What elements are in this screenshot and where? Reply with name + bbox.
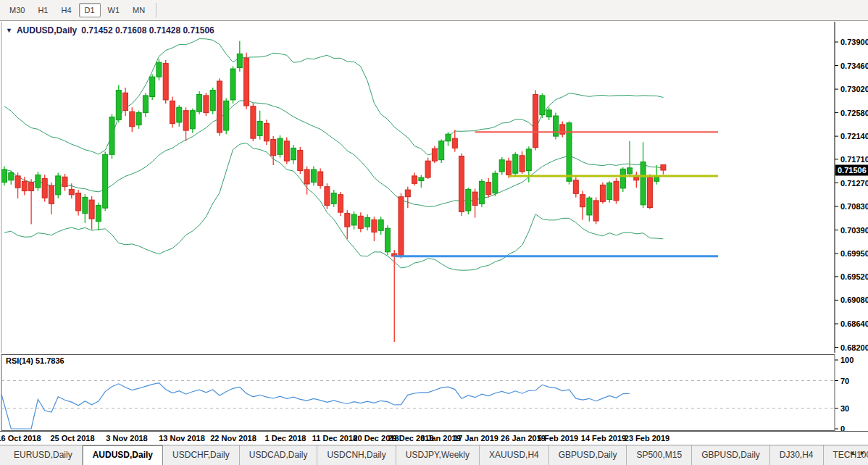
chart-tab-gbpusd-9[interactable]: GBPUSD,Daily	[692, 445, 770, 465]
time-axis-label: 13 Nov 2018	[159, 434, 205, 443]
chart-tab-audusd-1[interactable]: AUDUSD,Daily	[83, 445, 163, 465]
tab-scroll-right-icon[interactable]: ►	[859, 449, 866, 456]
main-price-chart[interactable]: 0.739000.734600.730200.725800.721400.717…	[0, 22, 868, 353]
rsi-indicator-panel[interactable]: 10070300	[0, 354, 868, 431]
time-axis-label: 17 Jan 2019	[454, 434, 498, 443]
time-axis-label: 14 Feb 2019	[581, 434, 626, 443]
svg-text:0.72140: 0.72140	[840, 132, 868, 141]
tab-scroll-controls: ◄ ►	[848, 449, 866, 456]
time-axis: 16 Oct 201825 Oct 20183 Nov 201813 Nov 2…	[0, 431, 868, 445]
svg-text:0.69080: 0.69080	[840, 296, 868, 304]
chart-tab-bar: EURUSD,DailyAUDUSD,DailyUSDCHF,DailyUSDC…	[0, 445, 868, 465]
rsi-canvas[interactable]: 10070300	[0, 354, 868, 431]
time-axis-label: 23 Feb 2019	[625, 434, 669, 443]
chart-title-overlay: ▼ AUDUSD,Daily 0.71452 0.71608 0.71428 0…	[6, 25, 214, 35]
svg-text:0.72580: 0.72580	[840, 109, 868, 117]
current-price-badge: 0.71506	[835, 165, 868, 176]
chart-tab-usdcad-3[interactable]: USDCAD,Daily	[240, 445, 318, 465]
svg-text:0.71270: 0.71270	[840, 179, 868, 188]
svg-text:0.68640: 0.68640	[840, 319, 868, 328]
svg-text:0.68200: 0.68200	[840, 343, 868, 352]
rsi-line	[1, 383, 630, 429]
candlestick-series	[2, 41, 666, 343]
time-axis-label: 5 Feb 2019	[538, 434, 578, 443]
chart-tab-gbpusd-7[interactable]: GBPUSD,Daily	[549, 445, 627, 465]
timeframe-button-h4[interactable]: H4	[55, 3, 77, 17]
svg-text:100: 100	[840, 356, 854, 364]
svg-text:0.71710: 0.71710	[840, 155, 868, 164]
svg-text:0.69950: 0.69950	[840, 249, 868, 258]
timeframe-button-h1[interactable]: H1	[32, 3, 54, 17]
chart-tab-dj30-10[interactable]: DJ30,H4	[770, 445, 824, 465]
svg-text:0.69520: 0.69520	[840, 272, 868, 281]
svg-text:0: 0	[840, 424, 845, 431]
time-axis-label: 25 Oct 2018	[50, 434, 94, 443]
tab-scroll-left-icon[interactable]: ◄	[848, 449, 855, 456]
chart-symbol-label: AUDUSD,Daily	[17, 25, 77, 35]
rsi-axis: 10070300	[835, 356, 854, 431]
svg-text:0.71506: 0.71506	[838, 166, 867, 175]
timeframe-toolbar: M30H1H4D1W1MN	[0, 0, 868, 21]
svg-text:0.73020: 0.73020	[840, 85, 868, 93]
chart-tab-xauusd-6[interactable]: XAUUSD,H4	[480, 445, 549, 465]
svg-text:0.70390: 0.70390	[840, 226, 868, 235]
time-axis-label: 22 Nov 2018	[210, 434, 256, 443]
time-axis-label: 1 Dec 2018	[265, 434, 306, 443]
timeframe-button-d1[interactable]: D1	[79, 3, 101, 17]
svg-text:0.73460: 0.73460	[840, 62, 868, 70]
rsi-indicator-label: RSI(14) 51.7836	[6, 356, 64, 365]
chart-ohlc-values: 0.71452 0.71608 0.71428 0.71506	[81, 25, 214, 35]
svg-text:30: 30	[840, 404, 849, 413]
main-chart-canvas[interactable]: 0.739000.734600.730200.725800.721400.717…	[0, 22, 868, 353]
chart-tab-eurusd-0[interactable]: EURUSD,Daily	[4, 445, 83, 465]
trading-app-window: M30H1H4D1W1MN 0.739000.734600.730200.725…	[0, 0, 868, 465]
chart-tab-usdcnh-4[interactable]: USDCNH,Daily	[317, 445, 396, 465]
toolbar-separator	[156, 3, 157, 17]
chart-tab-sp500-8[interactable]: SP500,M15	[627, 445, 692, 465]
svg-text:0.70830: 0.70830	[840, 202, 868, 211]
chart-tab-usdjpy-5[interactable]: USDJPY,Weekly	[396, 445, 480, 465]
timeframe-button-w1[interactable]: W1	[102, 3, 126, 17]
chart-tab-usdchf-2[interactable]: USDCHF,Daily	[163, 445, 240, 465]
svg-text:70: 70	[840, 377, 849, 385]
time-axis-label: 11 Dec 2018	[312, 434, 357, 443]
timeframe-button-m30[interactable]: M30	[4, 3, 30, 17]
time-axis-label: 16 Oct 2018	[0, 434, 41, 443]
svg-text:0.73900: 0.73900	[840, 38, 868, 46]
timeframe-button-mn[interactable]: MN	[127, 3, 151, 17]
time-axis-label: 3 Nov 2018	[106, 434, 147, 443]
price-axis: 0.739000.734600.730200.725800.721400.717…	[1, 22, 868, 353]
chart-dropdown-icon[interactable]: ▼	[6, 27, 12, 34]
